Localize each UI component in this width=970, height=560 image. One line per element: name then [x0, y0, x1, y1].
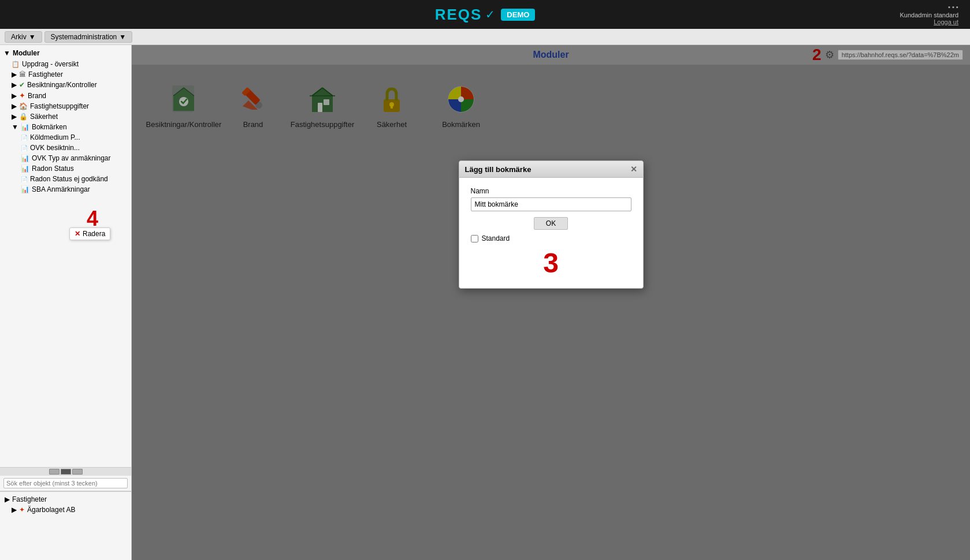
content-area: ▼ Moduler 📋 Uppdrag - översikt ▶ 🏛 Fasti…	[0, 45, 970, 560]
add-bookmark-dialog: Lägg till bokmärke ✕ Namn OK Standard 3	[459, 160, 644, 289]
dialog-close-button[interactable]: ✕	[630, 165, 637, 174]
fastighetsuppgifter-label: Fastighetsuppgifter	[30, 102, 89, 110]
brand-expand: ▶	[12, 92, 17, 100]
menu-systemadmin-arrow: ▼	[119, 33, 126, 41]
logo-checkmark: ✓	[485, 8, 495, 21]
besiktningar-label: Besiktningar/Kontroller	[27, 81, 97, 89]
fastigheter-label: Fastigheter	[28, 70, 63, 79]
menubar: Arkiv ▼ Systemadministration ▼	[0, 29, 970, 45]
sidebar-agarbolaget[interactable]: ▶ ✦ Ägarbolaget AB	[0, 505, 131, 515]
sidebar-item-bokmarken[interactable]: ▼ 📊 Bokmärken	[0, 122, 131, 132]
ok-button[interactable]: OK	[534, 217, 568, 230]
sakerhet-label: Säkerhet	[30, 113, 58, 121]
uppdrag-icon: 📋	[12, 61, 20, 68]
sba-label: SBA Anmärkningar	[32, 185, 90, 193]
sidebar-item-besiktningar[interactable]: ▶ ✔ Besiktningar/Kontroller	[0, 80, 131, 90]
ovk-typ-label: OVK Typ av anmäkningar	[32, 154, 111, 162]
menu-arkiv-arrow: ▼	[29, 33, 36, 41]
bokmarken-expand: ▼	[12, 123, 18, 131]
agarbolaget-expand: ▶	[12, 506, 17, 514]
agarbolaget-label: Ägarbolaget AB	[27, 506, 75, 514]
dialog-overlay: Lägg till bokmärke ✕ Namn OK Standard 3	[132, 45, 970, 560]
dialog-body: Namn OK Standard 3	[459, 178, 643, 288]
fastigheter-obj-expand: ▶	[5, 495, 10, 503]
logout-link[interactable]: Logga ut	[900, 18, 958, 25]
search-input[interactable]	[3, 478, 128, 488]
radon-ej-label: Radon Status ej godkänd	[30, 175, 108, 183]
sidebar-item-radon-ej[interactable]: 📄 Radon Status ej godkänd	[0, 174, 131, 184]
ovk-icon: 📄	[21, 145, 28, 151]
bokmarken-label: Bokmärken	[32, 123, 67, 131]
top-icons: ▪ ▪ ▪	[900, 3, 958, 10]
sidebar-scroll-buttons	[0, 467, 131, 476]
agarbolaget-icon: ✦	[19, 506, 25, 514]
sidebar-item-ovk-besiktning[interactable]: 📄 OVK besiktnin...	[0, 143, 131, 153]
besiktningar-icon: ✔	[19, 81, 25, 89]
sidebar-fastigheter-header[interactable]: ▶ Fastigheter	[0, 494, 131, 505]
sidebar-item-radon[interactable]: 📊 Radon Status	[0, 163, 131, 174]
demo-badge: DEMO	[501, 9, 535, 21]
fastigheter-expand: ▶	[12, 70, 17, 79]
modules-expand-icon: ▼	[3, 49, 10, 57]
standard-checkbox[interactable]	[471, 235, 478, 242]
sidebar-search-area	[0, 476, 131, 491]
besiktningar-expand: ▶	[12, 81, 17, 89]
ok-row: OK	[471, 217, 631, 230]
bokmarken-icon: 📊	[21, 123, 29, 131]
standard-label: Standard	[482, 234, 510, 242]
topbar: REQS ✓ DEMO ▪ ▪ ▪ Kundadmin standard Log…	[0, 0, 970, 29]
menu-systemadmin[interactable]: Systemadministration ▼	[44, 31, 133, 43]
sidebar-item-koldmedium[interactable]: 📄 Köldmedium P...	[0, 132, 131, 143]
delete-tooltip[interactable]: ✕ Radera	[69, 227, 110, 240]
scroll-btn-1[interactable]	[49, 469, 60, 475]
delete-x-icon: ✕	[75, 230, 80, 238]
fastigheter-obj-label: Fastigheter	[12, 495, 47, 503]
delete-label: Radera	[83, 230, 105, 238]
sidebar-objects: ▶ Fastigheter ▶ ✦ Ägarbolaget AB	[0, 491, 131, 560]
sakerhet-icon: 🔒	[19, 113, 28, 121]
scroll-btn-2[interactable]	[61, 469, 71, 475]
sidebar-item-fastigheter[interactable]: ▶ 🏛 Fastigheter	[0, 69, 131, 80]
dialog-title: Lägg till bokmärke	[465, 165, 532, 174]
ovk-label: OVK besiktnin...	[30, 144, 80, 152]
radon-icon: 📊	[21, 165, 29, 173]
koldmedium-icon: 📄	[21, 135, 28, 141]
sba-icon: 📊	[21, 185, 29, 193]
logo-text: REQS	[435, 6, 482, 24]
sidebar: ▼ Moduler 📋 Uppdrag - översikt ▶ 🏛 Fasti…	[0, 45, 132, 560]
fastighetsuppgifter-expand: ▶	[12, 102, 17, 110]
menu-systemadmin-label: Systemadministration	[51, 33, 117, 41]
sidebar-item-brand[interactable]: ▶ ✦ Brand	[0, 90, 131, 101]
menu-arkiv-label: Arkiv	[11, 33, 27, 41]
name-input[interactable]	[471, 197, 631, 211]
scroll-btn-3[interactable]	[72, 469, 83, 475]
sidebar-item-sakerhet[interactable]: ▶ 🔒 Säkerhet	[0, 111, 131, 122]
brand-icon: ✦	[19, 91, 25, 100]
radon-ej-icon: 📄	[21, 176, 28, 182]
menu-arkiv[interactable]: Arkiv ▼	[5, 31, 42, 43]
user-label: Kundadmin standard	[900, 12, 958, 18]
uppdrag-label: Uppdrag - översikt	[22, 60, 79, 68]
ovk-typ-icon: 📊	[21, 154, 29, 162]
modules-label: Moduler	[13, 49, 40, 57]
sidebar-item-uppdrag[interactable]: 📋 Uppdrag - översikt	[0, 59, 131, 69]
name-label: Namn	[471, 187, 631, 195]
top-right: ▪ ▪ ▪ Kundadmin standard Logga ut	[900, 3, 958, 25]
brand-label: Brand	[28, 92, 46, 100]
radon-label: Radon Status	[32, 165, 74, 173]
sidebar-item-ovk-typ[interactable]: 📊 OVK Typ av anmäkningar	[0, 153, 131, 163]
sidebar-modules-header: ▼ Moduler	[0, 47, 131, 59]
sidebar-item-sba[interactable]: 📊 SBA Anmärkningar	[0, 184, 131, 195]
fastighetsuppgifter-icon: 🏠	[19, 102, 28, 110]
sidebar-item-fastighetsuppgifter[interactable]: ▶ 🏠 Fastighetsuppgifter	[0, 101, 131, 111]
standard-row: Standard	[471, 234, 631, 242]
koldmedium-label: Köldmedium P...	[30, 133, 80, 141]
main-content: Moduler 2 ⚙ https://bahnhof.reqs.se/?dat…	[132, 45, 970, 560]
logo: REQS ✓ DEMO	[435, 6, 536, 24]
dialog-header: Lägg till bokmärke ✕	[459, 161, 643, 178]
sakerhet-expand: ▶	[12, 113, 17, 121]
step3-number: 3	[471, 247, 631, 279]
fastigheter-icon: 🏛	[19, 70, 26, 79]
sidebar-tree: ▼ Moduler 📋 Uppdrag - översikt ▶ 🏛 Fasti…	[0, 45, 131, 467]
